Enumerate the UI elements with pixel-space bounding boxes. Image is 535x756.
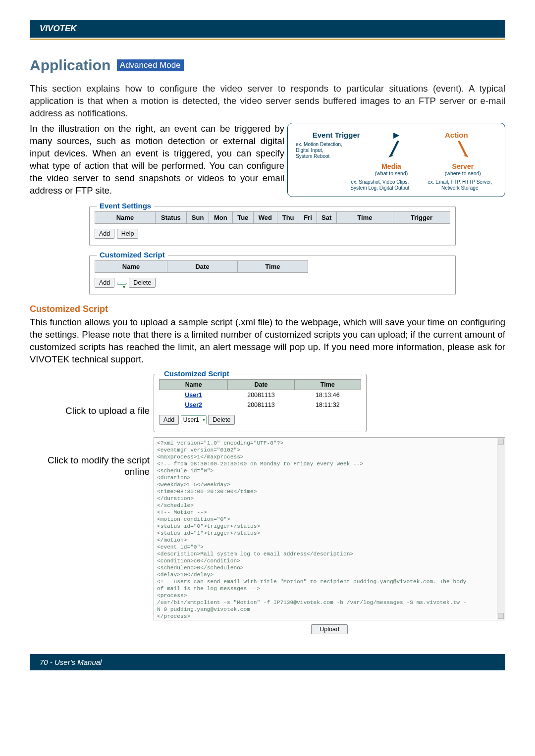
xml-content: <?xml version="1.0" encoding="UTF-8"?> <… bbox=[157, 440, 466, 620]
event-settings-legend: Event Settings bbox=[97, 202, 154, 210]
col-time: Time bbox=[336, 211, 393, 223]
col-trigger: Trigger bbox=[393, 211, 450, 223]
col-date: Date bbox=[167, 260, 238, 272]
col-wed: Wed bbox=[253, 211, 277, 223]
customized-script-heading: Customized Script bbox=[30, 304, 505, 314]
diagram-media-example: ex. Snapshot, Video Clips, System Log, D… bbox=[340, 179, 420, 191]
col-thu: Thu bbox=[277, 211, 299, 223]
cell-time: 18:11:32 bbox=[294, 400, 361, 410]
customized-script-legend: Customized Script bbox=[97, 251, 168, 259]
annotation-modify: Click to modify the script online bbox=[30, 455, 150, 478]
customized-script-table: Name Date Time bbox=[95, 260, 308, 273]
col-name: Name bbox=[95, 260, 167, 272]
event-action-diagram: Event Trigger ▶ Action ex. Motion Detect… bbox=[287, 123, 505, 197]
play-icon: ▶ bbox=[393, 130, 399, 140]
header-brand: VIVOTEK bbox=[30, 20, 505, 38]
annotation-upload: Click to upload a file bbox=[30, 405, 150, 417]
diagram-event-trigger-label: Event Trigger bbox=[307, 131, 366, 139]
col-sat: Sat bbox=[317, 211, 336, 223]
diagram-server-example: ex. Email, FTP, HTTP Server, Network Sto… bbox=[420, 179, 500, 191]
script-select[interactable] bbox=[117, 283, 127, 285]
col-name: Name bbox=[95, 211, 156, 223]
intro-paragraph: This section explains how to configure t… bbox=[30, 83, 505, 120]
delete-button[interactable]: Delete bbox=[129, 278, 156, 288]
col-mon: Mon bbox=[209, 211, 233, 223]
col-name: Name bbox=[160, 379, 228, 390]
table-row: User1 20081113 18:13:46 bbox=[160, 390, 361, 400]
customized-script-example-legend: Customized Script bbox=[161, 369, 232, 378]
scrollbar[interactable] bbox=[497, 438, 505, 620]
add-button[interactable]: Add bbox=[95, 278, 114, 288]
xml-editor[interactable]: <?xml version="1.0" encoding="UTF-8"?> <… bbox=[154, 437, 505, 620]
diagram-media-label: Media bbox=[357, 162, 426, 170]
col-status: Status bbox=[155, 211, 186, 223]
customized-script-paragraph: This function allows you to upload a sam… bbox=[30, 316, 505, 366]
page-footer: 70 - User's Manual bbox=[30, 654, 505, 670]
add-button[interactable]: Add bbox=[95, 229, 114, 239]
customized-script-example-panel: Customized Script Name Date Time User1 2… bbox=[154, 374, 367, 432]
help-button[interactable]: Help bbox=[117, 229, 139, 239]
delete-button[interactable]: Delete bbox=[208, 415, 235, 425]
diagram-server-sub: (where to send) bbox=[426, 170, 500, 176]
event-settings-panel: Event Settings Name Status Sun Mon Tue W… bbox=[89, 206, 456, 246]
arrow-icon bbox=[384, 140, 402, 157]
arrow-icon bbox=[455, 140, 473, 157]
script-link-user1[interactable]: User1 bbox=[185, 392, 202, 399]
scroll-up-icon[interactable] bbox=[498, 439, 504, 445]
col-sun: Sun bbox=[187, 211, 209, 223]
customized-script-panel: Customized Script Name Date Time Add Del… bbox=[89, 255, 456, 295]
col-fri: Fri bbox=[299, 211, 317, 223]
diagram-trigger-subtext: ex. Motion Detection, Digital Input, Sys… bbox=[293, 142, 357, 159]
col-time: Time bbox=[294, 379, 361, 390]
page-title: Application bbox=[30, 57, 110, 74]
cell-date: 20081113 bbox=[228, 390, 294, 400]
cell-date: 20081113 bbox=[228, 400, 294, 410]
customized-script-example-table: Name Date Time User1 20081113 18:13:46 U… bbox=[159, 379, 361, 410]
add-button[interactable]: Add bbox=[159, 415, 179, 425]
scroll-den-icon[interactable] bbox=[498, 613, 504, 619]
cell-time: 18:13:46 bbox=[294, 390, 361, 400]
col-date: Date bbox=[228, 379, 294, 390]
illustration-paragraph: In the illustration on the right, an eve… bbox=[30, 123, 284, 197]
diagram-server-label: Server bbox=[426, 162, 500, 170]
event-settings-table: Name Status Sun Mon Tue Wed Thu Fri Sat … bbox=[95, 211, 450, 224]
upload-button[interactable]: Upload bbox=[311, 624, 348, 634]
table-row: User2 20081113 18:11:32 bbox=[160, 400, 361, 410]
col-tue: Tue bbox=[232, 211, 253, 223]
diagram-action-label: Action bbox=[427, 131, 486, 139]
mode-badge: Advanced Mode bbox=[117, 59, 184, 71]
col-time: Time bbox=[237, 260, 308, 272]
script-link-user2[interactable]: User2 bbox=[185, 402, 202, 408]
diagram-media-sub: (what to send) bbox=[357, 170, 426, 176]
script-select[interactable]: User1 bbox=[181, 415, 207, 424]
